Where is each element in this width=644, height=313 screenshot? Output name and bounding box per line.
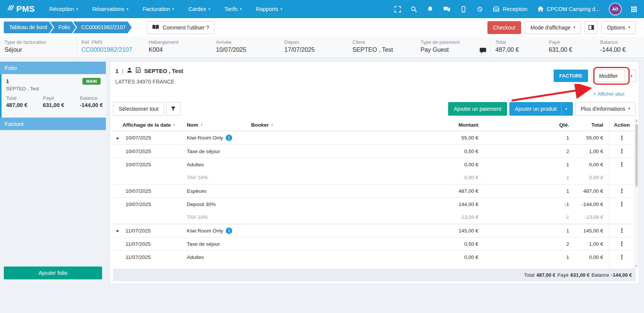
- scroll-up-arrow[interactable]: ▲: [635, 119, 638, 123]
- menu-cardex[interactable]: Cardex▾: [188, 6, 210, 12]
- row-qte: -1: [484, 214, 575, 220]
- messages-icon[interactable]: [443, 6, 450, 12]
- add-payment-button[interactable]: Ajouter un paiement: [448, 102, 507, 116]
- display-mode-dropdown[interactable]: Mode d'affichage▾: [525, 21, 581, 34]
- info-departure: Départ17/07/2025: [280, 37, 348, 57]
- menu-rapports[interactable]: Rapports▾: [256, 6, 282, 12]
- column-layout-button[interactable]: [585, 21, 597, 34]
- row-name: Deposit 30%: [187, 201, 251, 207]
- expand-arrow-icon[interactable]: ▸: [113, 228, 123, 233]
- table-row[interactable]: 11/07/2025 Adultes 0,00 € 1 0,00 € ⋮: [113, 250, 634, 263]
- kebab-menu-icon[interactable]: ⋮: [619, 240, 625, 247]
- person-icon[interactable]: [127, 67, 132, 74]
- invoice-toolbar: Sélectionner tout Ajouter un paiement Aj…: [113, 102, 636, 116]
- header-booker[interactable]: Booker▲▼: [251, 122, 371, 128]
- header-date[interactable]: Affichage de la date▲▼: [123, 122, 187, 128]
- scroll-down-arrow[interactable]: ▼: [635, 264, 638, 268]
- app-logo-text: PMS: [16, 4, 35, 14]
- kebab-menu-icon[interactable]: ⋮: [619, 161, 625, 168]
- checkout-button[interactable]: Checkout: [487, 21, 521, 34]
- folio-client-name: SEPTEO , Test: [6, 86, 103, 91]
- header-action: Action: [609, 119, 634, 131]
- breadcrumb-folio[interactable]: Folio: [50, 22, 76, 33]
- folio-index: 1: [115, 68, 118, 74]
- table-row[interactable]: TAV 10% 13,09 € -1 -13,09 €: [113, 211, 634, 224]
- how-to-use-button[interactable]: Comment l'utiliser ?: [147, 21, 214, 34]
- kebab-menu-icon[interactable]: ⋮: [619, 135, 625, 141]
- menu-facturation[interactable]: Facturation▾: [143, 6, 174, 12]
- table-scrollbar[interactable]: ▲ ▼: [634, 119, 638, 268]
- filter-button[interactable]: [166, 102, 180, 116]
- facture-button[interactable]: FACTURE: [554, 70, 588, 82]
- user-avatar[interactable]: AD: [610, 3, 621, 15]
- table-row[interactable]: 10/07/2025 Deposit 30% 144,00 € -1 -144,…: [113, 197, 634, 211]
- row-date: 10/07/2025: [123, 201, 187, 207]
- footer-balance-value: -144,00 €: [611, 272, 632, 278]
- chevron-down-icon: ▾: [628, 26, 630, 29]
- expand-arrow-icon[interactable]: ▸: [113, 135, 123, 141]
- property-selector[interactable]: CPCOM Camping d...: [537, 6, 600, 13]
- client-header: 1 | SEPTEO , Test: [115, 67, 183, 74]
- show-more-link[interactable]: ▾Afficher plus: [594, 91, 624, 97]
- select-all-button[interactable]: Sélectionner tout: [113, 102, 164, 116]
- table-row[interactable]: 10/07/2025 Espèces 487,00 € 1 487,00 € ⋮: [113, 184, 634, 197]
- reception-drawer-button[interactable]: Reception: [493, 6, 527, 13]
- row-qte: 1: [484, 188, 575, 194]
- breadcrumb-reference[interactable]: CC00001982/2107: [73, 22, 132, 33]
- comment-bubble-icon[interactable]: [475, 37, 491, 57]
- document-icon[interactable]: [136, 67, 141, 74]
- client-address: LATTES 34970 FRANCE: [115, 79, 174, 85]
- row-action: ⋮: [609, 198, 634, 211]
- menu-tarifs[interactable]: Tarifs▾: [225, 6, 242, 12]
- row-name: Taxe de séjour: [187, 241, 251, 247]
- info-payment-type: Type de paiementPay Guest: [416, 37, 475, 57]
- mobile-device-icon[interactable]: [460, 6, 467, 12]
- invoice-table-header: Affichage de la date▲▼ Nom▲▼ Booker▲▼ Mo…: [113, 119, 634, 131]
- history-icon[interactable]: [476, 6, 483, 12]
- table-row[interactable]: 10/07/2025 Taxe de séjour 0,50 € 2 1,00 …: [113, 144, 634, 158]
- info-total: Total487,00 €: [491, 37, 544, 57]
- footer-total-value: 487,00 €: [536, 272, 556, 278]
- add-folio-button[interactable]: Ajouter folio: [4, 267, 102, 279]
- chevron-down-icon: ▾: [76, 8, 78, 11]
- count-badge: 1: [226, 228, 232, 234]
- breadcrumb-dashboard[interactable]: Tableau de bord: [4, 22, 53, 33]
- options-dropdown[interactable]: Options▾: [601, 21, 636, 34]
- table-row[interactable]: 10/07/2025 Adultes 0,00 € 1 0,00 € ⋮: [113, 158, 634, 171]
- header-nom[interactable]: Nom▲▼: [187, 122, 251, 128]
- row-action: ⋮: [609, 158, 634, 171]
- table-row[interactable]: 11/07/2025 Taxe de séjour 0,50 € 2 1,00 …: [113, 237, 634, 250]
- row-total: -13,09 €: [575, 214, 609, 220]
- menu-reservations[interactable]: Réservations▾: [92, 6, 128, 12]
- table-row[interactable]: ▸ 10/07/2025 Kiwi Room Only1 55,00 € 1 5…: [113, 131, 634, 144]
- notifications-bell-icon[interactable]: [427, 6, 433, 12]
- modifier-dropdown-caret[interactable]: ▾: [627, 70, 636, 82]
- chevron-down-icon: ▾: [281, 8, 282, 11]
- kebab-menu-icon[interactable]: ⋮: [619, 201, 625, 208]
- more-info-dropdown[interactable]: Plus d'informations▾: [575, 102, 636, 116]
- row-montant: 0,50 €: [371, 149, 484, 154]
- kebab-menu-icon[interactable]: ⋮: [619, 227, 625, 234]
- apps-grid-icon[interactable]: [631, 6, 637, 12]
- row-montant: 0,00 €: [371, 254, 484, 260]
- kebab-menu-icon[interactable]: ⋮: [619, 148, 625, 155]
- menu-reception[interactable]: Réception▾: [49, 6, 78, 12]
- row-qte: 1: [484, 162, 575, 167]
- header-qte: Qté.: [484, 122, 575, 128]
- kebab-menu-icon[interactable]: ⋮: [619, 254, 625, 260]
- modifier-button[interactable]: Modifier: [592, 70, 625, 82]
- folio-list-item[interactable]: 1 MAIN SEPTEO , Test Total487,00 € Payé6…: [0, 74, 106, 118]
- folio-actions: Checkout Mode d'affichage▾ Options▾: [487, 21, 636, 34]
- scrollbar-thumb[interactable]: [635, 124, 638, 187]
- add-product-dropdown[interactable]: Ajouter un produit▾: [509, 102, 573, 116]
- fullscreen-icon[interactable]: [394, 6, 401, 12]
- count-badge: 1: [226, 135, 232, 141]
- app-logo[interactable]: PMS: [7, 4, 35, 14]
- table-row[interactable]: ▸ 11/07/2025 Kiwi Room Only1 145,00 € 1 …: [113, 224, 634, 237]
- kebab-menu-icon[interactable]: ⋮: [619, 187, 625, 194]
- table-row[interactable]: TAV 10% 0,00 € 1 0,00 €: [113, 171, 634, 184]
- search-icon[interactable]: [411, 6, 417, 12]
- sort-icon: ▲▼: [200, 123, 203, 126]
- pms-ref-link[interactable]: CC00001982/2107: [81, 46, 144, 53]
- info-arrival: Arrivée10/07/2025: [211, 37, 280, 57]
